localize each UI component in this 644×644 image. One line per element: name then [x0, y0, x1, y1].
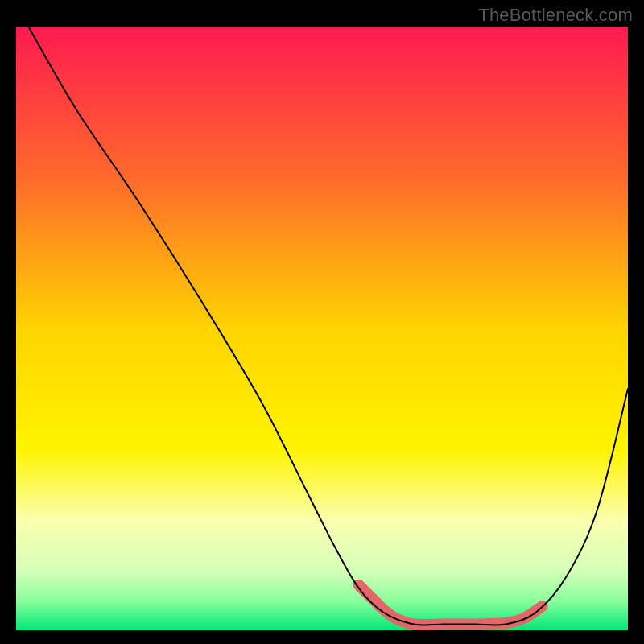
chart-background	[16, 27, 628, 630]
watermark-text: TheBottleneck.com	[478, 5, 633, 26]
bottleneck-chart	[0, 0, 644, 644]
chart-frame: TheBottleneck.com	[0, 0, 644, 644]
